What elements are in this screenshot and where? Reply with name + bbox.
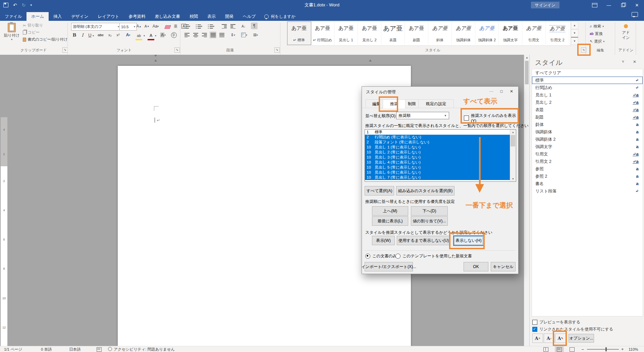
copy-button[interactable]: コピー	[23, 30, 40, 35]
tab-デザイン[interactable]: デザイン	[66, 12, 93, 21]
recommended-style-row[interactable]: 10見出し 4 (常に表示しない)	[365, 160, 516, 165]
underline-button[interactable]: U	[87, 32, 93, 38]
tab-ヘルプ[interactable]: ヘルプ	[238, 12, 260, 21]
cancel-button[interactable]: キャンセル	[491, 262, 516, 271]
gallery-style-行間詰め[interactable]: あア亜↵ 行間詰め	[311, 22, 334, 45]
font-color-dropdown-icon[interactable]: ▾	[155, 34, 156, 37]
vertical-ruler[interactable]: 42 246810121416	[1, 117, 7, 352]
tab-参考資料[interactable]: 参考資料	[124, 12, 150, 21]
bold-button[interactable]: B	[71, 32, 78, 38]
show-recommended-only-checkbox[interactable]: 推奨スタイルのみを表示(Y)	[464, 113, 518, 123]
pane-style-すべてクリア[interactable]: すべてクリア	[532, 69, 643, 77]
pane-close-icon[interactable]: ✕	[633, 59, 636, 64]
tab-表示[interactable]: 表示	[203, 12, 220, 21]
comments-icon[interactable]	[632, 12, 638, 17]
strikethrough-button[interactable]: abc	[97, 32, 104, 38]
select-all-button[interactable]: すべて選択(A)	[365, 186, 394, 195]
tab-挿入[interactable]: 挿入	[49, 12, 66, 21]
assign-value-button[interactable]: 値の割り当て(V)...	[411, 216, 448, 226]
pane-chevron-down-icon[interactable]: ˅	[622, 59, 624, 64]
find-button[interactable]: ⌕ 検索▾	[590, 24, 604, 29]
superscript-button[interactable]: x²	[115, 32, 121, 38]
style-inspector-button[interactable]: A⌕	[544, 334, 554, 343]
gallery-scroll-up-icon[interactable]: ▲	[571, 21, 578, 29]
multilevel-list-button[interactable]: ▾	[208, 23, 214, 30]
increase-indent-button[interactable]	[229, 23, 236, 30]
grow-font-button[interactable]: A▲	[136, 23, 142, 30]
sort-order-combo[interactable]: 推奨順▼	[396, 112, 449, 119]
web-layout-button[interactable]	[570, 346, 575, 352]
highlight-dropdown-icon[interactable]: ▾	[144, 34, 145, 37]
gallery-style-標準[interactable]: あア亜↵ 標準	[287, 22, 311, 45]
gallery-style-副題[interactable]: あア亜副題	[405, 22, 428, 45]
paste-button[interactable]: 貼り付け ▾	[3, 22, 21, 47]
change-case-button[interactable]: Aa▾	[152, 23, 159, 30]
font-size-combo[interactable]: 10.5▾	[119, 23, 137, 31]
paste-dropdown-icon[interactable]: ▾	[3, 38, 21, 41]
ok-button[interactable]: OK	[464, 262, 488, 271]
gallery-style-引用文 2[interactable]: あア亜引用文 2	[546, 22, 569, 45]
align-center-button[interactable]	[192, 32, 199, 38]
pane-style-斜体[interactable]: 斜体a	[532, 121, 643, 128]
restore-button[interactable]	[616, 0, 630, 10]
accessibility-status[interactable]: アクセシビリティ: 問題ありません	[108, 346, 175, 352]
pane-style-副題[interactable]: 副題↵a	[532, 114, 643, 121]
show-button[interactable]: 表示(W)	[372, 236, 395, 245]
import-export-button[interactable]: インポート/エクスポート(X)...	[365, 262, 413, 271]
gallery-style-強調斜体[interactable]: あア亜強調斜体	[452, 22, 475, 45]
tab-差し込み文書[interactable]: 差し込み文書	[150, 12, 185, 21]
underline-dropdown-icon[interactable]: ▾	[93, 34, 94, 37]
text-effects-button[interactable]: A▾	[125, 32, 131, 38]
tab-レイアウト[interactable]: レイアウト	[93, 12, 124, 21]
align-left-button[interactable]	[183, 32, 190, 38]
sort-button[interactable]: A↓	[240, 23, 247, 30]
dialog-close-button[interactable]: ✕	[506, 87, 517, 96]
zoom-slider-thumb[interactable]	[605, 347, 607, 351]
addins-button[interactable]: アドイン	[617, 22, 635, 46]
page-indicator[interactable]: 1/1 ページ	[4, 346, 22, 352]
read-mode-button[interactable]	[543, 346, 548, 352]
gallery-style-強調太字[interactable]: あア亜強調太字	[499, 22, 522, 45]
line-spacing-button[interactable]: ⇕▾	[229, 32, 236, 38]
pane-style-見出し 2[interactable]: 見出し 2↵a	[532, 99, 643, 106]
pane-style-強調斜体[interactable]: 強調斜体a	[532, 128, 643, 136]
gallery-scroll-down-icon[interactable]: ▼	[571, 29, 578, 37]
clear-formatting-button[interactable]	[164, 24, 171, 30]
pane-style-参照 2[interactable]: 参照 2a	[532, 173, 643, 180]
gallery-style-見出し 1[interactable]: あア亜見出し 1	[334, 22, 358, 45]
bullets-button[interactable]: ▾	[183, 23, 190, 30]
list-scroll-down-icon[interactable]: ▼	[510, 176, 516, 181]
italic-button[interactable]: I	[79, 32, 86, 38]
pane-style-リスト段落[interactable]: リスト段落↵	[532, 187, 643, 195]
distribute-button[interactable]	[218, 32, 225, 38]
recommended-style-row[interactable]: 1標準	[365, 130, 516, 135]
hanging-indent-marker[interactable]	[154, 58, 157, 61]
new-style-button[interactable]: A✦	[532, 334, 543, 343]
select-button[interactable]: ↖ 選択▾	[590, 39, 604, 44]
gallery-expand-icon[interactable]: ▼	[571, 37, 578, 45]
gallery-style-見出し 2[interactable]: あア亜見出し 2	[358, 22, 381, 45]
pane-style-引用文 2[interactable]: 引用文 2↵a	[532, 158, 643, 165]
character-shading-button[interactable]: A▾	[160, 32, 166, 38]
show-formatting-marks-button[interactable]: ¶	[251, 23, 258, 29]
move-up-button[interactable]: 上へ(M)	[372, 206, 408, 216]
scrollbar-up-icon[interactable]: ▲	[524, 55, 530, 59]
dialog-tab-推奨[interactable]: 推奨	[383, 99, 406, 108]
align-right-button[interactable]	[201, 32, 208, 38]
replace-button[interactable]: ab 置換	[590, 31, 603, 36]
recommended-style-row[interactable]: 2行間詰め (常に表示しない)	[365, 135, 516, 140]
pane-style-見出し 1[interactable]: 見出し 1↵a	[532, 91, 643, 99]
font-color-button[interactable]: A	[148, 32, 154, 40]
show-last-button[interactable]: 最後に表示(L)	[372, 216, 408, 226]
move-down-button[interactable]: 下へ(D)	[411, 206, 448, 216]
pane-style-書名[interactable]: 書名a	[532, 180, 643, 187]
pane-style-参照[interactable]: 参照a	[532, 165, 643, 173]
close-button[interactable]: ✕	[630, 0, 644, 10]
options-button[interactable]: オプション...	[569, 334, 594, 343]
disable-linked-styles-checkbox[interactable]: リンクされたスタイルを使用不可にする	[532, 326, 613, 332]
gallery-style-表題[interactable]: あア亜表題	[381, 22, 405, 45]
decrease-indent-button[interactable]	[221, 23, 227, 30]
pane-style-強調太字[interactable]: 強調太字a	[532, 143, 643, 150]
font-name-combo[interactable]: 游明朝 (本文のフ▾	[71, 23, 121, 31]
only-this-document-radio[interactable]: この文書のみ	[365, 253, 397, 259]
